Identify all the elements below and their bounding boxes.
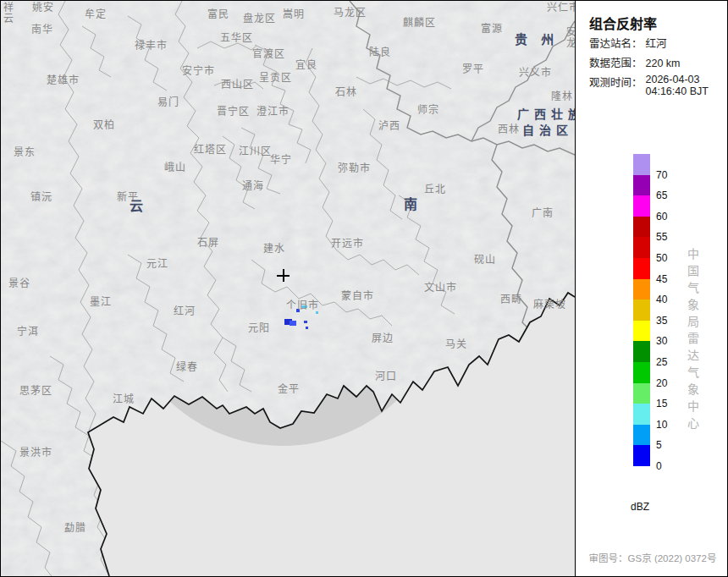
map-label-county: 文山市 <box>424 283 457 294</box>
legend-tick: 65 <box>656 190 667 201</box>
map-label-county: 石林 <box>335 87 357 98</box>
map-label-county: 红塔区 <box>194 145 227 156</box>
map-label-county: 西山区 <box>221 80 254 91</box>
map-label-county: 南华 <box>31 25 53 36</box>
product-title: 组合反射率 <box>589 13 728 33</box>
map-label-county: 双柏 <box>93 120 115 131</box>
map-label-county: 勐腊 <box>64 523 86 534</box>
map-canvas[interactable]: 祥云姚安牟定南华禄丰市楚雄市安宁市富民盘龙区嵩明马龙区五华区官渡区宜良西山区呈贡… <box>1 1 575 576</box>
legend-tick: 60 <box>656 211 667 223</box>
range-value: 220 km <box>646 58 681 69</box>
map-label-county: 富民 <box>207 9 229 20</box>
legend-color-block <box>633 237 650 258</box>
reflectivity-legend: 7065605550454035302520151050 <box>633 154 650 466</box>
radar-site-cross-icon <box>277 269 290 282</box>
legend-tick: 25 <box>656 356 667 368</box>
map-license-number: 审图号：GS京 (2022) 0372号 <box>576 551 728 564</box>
map-label-county: 红河 <box>174 306 196 317</box>
map-label-county: 易门 <box>157 97 179 108</box>
map-label-county: 个旧市 <box>286 300 319 311</box>
map-label-county: 西畴 <box>500 294 522 305</box>
legend-color-block <box>633 362 650 383</box>
legend-color-block <box>633 425 650 446</box>
legend-color-block <box>633 258 650 279</box>
legend-color-block <box>633 404 650 425</box>
legend-color-block <box>633 154 650 175</box>
map-label-county: 景洪市 <box>19 448 52 459</box>
map-label-county: 安宁市 <box>182 66 215 77</box>
map-label-county: 宜良 <box>295 60 317 71</box>
map-label-county: 嵩明 <box>283 9 305 20</box>
map-label-county: 广南 <box>532 208 554 219</box>
map-label-county: 麒麟区 <box>403 18 436 29</box>
map-label-county: 墨江 <box>90 297 112 308</box>
map-label-county: 姚安 <box>32 3 54 14</box>
legend-tick: 0 <box>656 460 662 472</box>
map-label-county: 开远市 <box>331 239 364 250</box>
legend-tick: 30 <box>656 335 667 347</box>
map-label-county: 盘龙区 <box>243 14 276 25</box>
legend-tick: 70 <box>656 169 667 181</box>
radar-echo <box>316 311 318 314</box>
map-label-county: 通海 <box>242 181 264 192</box>
legend-color-block <box>633 279 650 300</box>
map-label-county: 建水 <box>263 244 285 255</box>
map-label-county: 蒙自市 <box>341 291 374 302</box>
map-label-county: 富源 <box>481 24 503 35</box>
map-label-county: 陆良 <box>369 47 391 58</box>
map-label-county: 河口 <box>375 371 397 382</box>
map-label-county: 峨山 <box>164 162 186 173</box>
map-label-county: 丘北 <box>424 184 446 195</box>
time-date: 2026-04-03 <box>646 74 700 85</box>
map-label-county: 泸西 <box>378 121 400 132</box>
station-value: 红河 <box>646 35 667 51</box>
map-label-county: 云 <box>3 14 14 25</box>
map-label-county: 牟定 <box>85 9 107 20</box>
map-label-province: 广西壮族 <box>517 107 575 122</box>
legend-tick: 5 <box>656 439 662 451</box>
map-label-county: 师宗 <box>417 105 439 116</box>
map-label-province: 自治区 <box>522 124 573 138</box>
map-label-county: 砚山 <box>474 255 496 266</box>
legend-color-block <box>633 341 650 362</box>
map-label-county: 呈贡区 <box>259 73 292 84</box>
map-label-county: 澄江市 <box>256 107 290 118</box>
map-label-county: 兴义市 <box>519 68 552 79</box>
map-label-county: 绿春 <box>176 362 198 373</box>
station-label: 雷达站名： <box>589 35 643 51</box>
map-label-county: 罗平 <box>462 64 484 75</box>
map-label-county: 官渡区 <box>252 49 285 60</box>
legend-color-bar <box>633 154 650 466</box>
radar-echo <box>306 327 308 329</box>
radar-app-window: 祥云姚安牟定南华禄丰市楚雄市安宁市富民盘龙区嵩明马龙区五华区官渡区宜良西山区呈贡… <box>0 0 728 577</box>
legend-tick: 45 <box>656 273 667 285</box>
agency-watermark: 中国气象局雷达气象中心 <box>684 248 701 434</box>
map-label-province: 南 <box>404 197 422 212</box>
map-label-county: 石屏 <box>197 238 219 249</box>
radar-echo <box>304 321 307 323</box>
map-label-county: 弥勒市 <box>338 163 371 174</box>
legend-color-block <box>633 217 650 238</box>
legend-tick: 50 <box>656 252 667 264</box>
map-label-county: 镇沅 <box>30 192 52 203</box>
map-label-county: 麻栗坡 <box>533 299 566 310</box>
legend-color-block <box>633 195 650 217</box>
time-label: 观测时间： <box>589 74 643 90</box>
legend-tick: 10 <box>656 419 667 431</box>
map-label-county: 景东 <box>14 147 36 158</box>
map-label-county: 兴仁市 <box>547 3 575 14</box>
time-clock: 04:16:40 BJT <box>646 85 709 97</box>
map-label-province: 云 <box>130 199 148 213</box>
map-label-county: 金平 <box>278 384 300 395</box>
info-panel: 组合反射率 雷达站名：红河 数据范围：220 km 观测时间：2026-04-0… <box>575 1 728 577</box>
map-label-county: 五华区 <box>220 33 253 44</box>
legend-tick: 15 <box>656 398 667 409</box>
radar-echo <box>290 321 296 326</box>
map-label-county: 华宁 <box>270 155 292 166</box>
map-label-province: 贵 州 <box>515 32 559 47</box>
map-label-county: 龙 <box>566 38 575 49</box>
legend-tick: 35 <box>656 315 667 327</box>
map-label-county: 禄丰市 <box>135 41 168 52</box>
map-label-county: 隆林 <box>551 91 573 102</box>
map-label-county: 景谷 <box>8 278 30 289</box>
